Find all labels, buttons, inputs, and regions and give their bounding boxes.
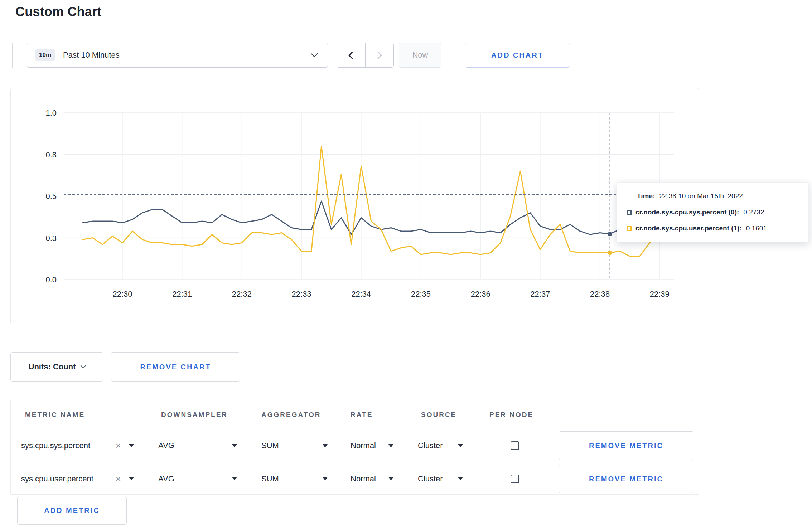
- chart-tooltip: Time:22:38:10 on Mar 15th, 2022 cr.node.…: [617, 182, 809, 242]
- caret-down-icon: [129, 477, 134, 480]
- metric-name: sys.cpu.sys.percent: [21, 441, 90, 450]
- time-pager: [337, 43, 394, 68]
- svg-text:22:38: 22:38: [590, 290, 610, 299]
- caret-down-icon: [232, 477, 237, 480]
- svg-text:22:33: 22:33: [292, 290, 311, 299]
- toolbar-left-divider: [12, 43, 13, 68]
- header-source: SOURCE: [421, 400, 456, 429]
- per-node-checkbox[interactable]: [511, 441, 519, 450]
- tooltip-time-row: Time:22:38:10 on Mar 15th, 2022: [627, 192, 798, 200]
- tooltip-time-value: 22:38:10 on Mar 15th, 2022: [659, 192, 743, 200]
- tooltip-series-value: 0.2732: [743, 208, 764, 216]
- rate-value: Normal: [351, 441, 376, 450]
- caret-down-icon: [323, 444, 328, 447]
- chart-card: 0.00.30.50.81.022:3022:3122:3222:3322:34…: [10, 88, 699, 324]
- downsampler-select[interactable]: AVG: [158, 429, 237, 462]
- aggregator-select[interactable]: SUM: [261, 462, 328, 495]
- aggregator-value: SUM: [261, 474, 279, 484]
- source-value: Cluster: [418, 474, 443, 484]
- metric-name-select[interactable]: sys.cpu.sys.percent ×: [21, 429, 134, 462]
- svg-text:22:34: 22:34: [351, 290, 371, 299]
- chevron-right-icon: [374, 51, 382, 59]
- chevron-left-icon: [348, 51, 356, 59]
- time-range-badge: 10m: [35, 49, 55, 61]
- svg-text:0.0: 0.0: [45, 275, 57, 284]
- rate-value: Normal: [351, 474, 376, 484]
- svg-text:22:30: 22:30: [112, 290, 132, 299]
- chevron-down-icon: [311, 50, 318, 57]
- next-time-button[interactable]: [365, 43, 394, 67]
- svg-text:22:31: 22:31: [172, 290, 192, 299]
- time-range-select[interactable]: 10m Past 10 Minutes: [27, 43, 328, 68]
- caret-down-icon: [323, 477, 328, 480]
- header-aggregator: AGGREGATOR: [261, 400, 321, 429]
- downsampler-value: AVG: [158, 441, 174, 450]
- user-series-swatch-icon: [627, 226, 632, 231]
- remove-metric-button[interactable]: REMOVE METRIC: [559, 465, 693, 493]
- caret-down-icon: [129, 444, 134, 447]
- aggregator-select[interactable]: SUM: [261, 429, 328, 462]
- time-range-label: Past 10 Minutes: [63, 50, 120, 60]
- per-node-checkbox[interactable]: [511, 475, 519, 483]
- remove-metric-button[interactable]: REMOVE METRIC: [559, 431, 693, 460]
- svg-text:0.5: 0.5: [45, 192, 57, 201]
- metrics-table-header: METRIC NAME DOWNSAMPLER AGGREGATOR RATE …: [11, 400, 699, 429]
- now-button[interactable]: Now: [399, 43, 441, 68]
- metric-name-select[interactable]: sys.cpu.user.percent ×: [21, 462, 134, 495]
- caret-down-icon: [388, 444, 393, 447]
- caret-down-icon: [232, 444, 237, 447]
- svg-text:0.3: 0.3: [45, 234, 57, 243]
- tooltip-series-row: cr.node.sys.cpu.user.percent (1): 0.1601: [627, 224, 798, 232]
- units-label: Units: Count: [29, 362, 76, 372]
- downsampler-select[interactable]: AVG: [158, 462, 237, 495]
- chart-svg[interactable]: 0.00.30.50.81.022:3022:3122:3222:3322:34…: [11, 88, 699, 324]
- caret-down-icon: [458, 477, 463, 480]
- source-select[interactable]: Cluster: [418, 462, 463, 495]
- svg-text:22:35: 22:35: [411, 290, 431, 299]
- metrics-table: METRIC NAME DOWNSAMPLER AGGREGATOR RATE …: [10, 400, 699, 495]
- tooltip-series-row: cr.node.sys.cpu.sys.percent (0): 0.2732: [627, 208, 798, 216]
- tooltip-series-value: 0.1601: [746, 224, 767, 232]
- svg-text:0.8: 0.8: [45, 150, 57, 159]
- add-chart-button[interactable]: ADD CHART: [465, 43, 570, 68]
- clear-metric-icon[interactable]: ×: [116, 441, 121, 450]
- tooltip-series-label: cr.node.sys.cpu.user.percent (1):: [635, 224, 742, 232]
- metric-name: sys.cpu.user.percent: [21, 474, 93, 484]
- svg-text:1.0: 1.0: [45, 108, 57, 117]
- chevron-down-icon: [81, 363, 86, 368]
- source-select[interactable]: Cluster: [418, 429, 463, 462]
- metric-row: sys.cpu.sys.percent × AVG SUM Normal Clu…: [11, 429, 699, 462]
- caret-down-icon: [388, 477, 393, 480]
- rate-select[interactable]: Normal: [351, 429, 393, 462]
- svg-text:22:36: 22:36: [471, 290, 490, 299]
- metric-row: sys.cpu.user.percent × AVG SUM Normal Cl…: [11, 462, 699, 495]
- aggregator-value: SUM: [261, 441, 279, 450]
- units-select[interactable]: Units: Count: [10, 352, 103, 382]
- clear-metric-icon[interactable]: ×: [116, 474, 121, 484]
- source-value: Cluster: [418, 441, 443, 450]
- page-title: Custom Chart: [15, 4, 101, 19]
- header-rate: RATE: [351, 400, 373, 429]
- header-per-node: PER NODE: [489, 400, 533, 429]
- rate-select[interactable]: Normal: [351, 462, 393, 495]
- sys-series-swatch-icon: [627, 210, 632, 215]
- tooltip-time-label: Time:: [637, 192, 655, 200]
- remove-chart-button[interactable]: REMOVE CHART: [111, 352, 240, 382]
- header-metric-name: METRIC NAME: [25, 400, 85, 429]
- prev-time-button[interactable]: [337, 43, 365, 67]
- tooltip-series-label: cr.node.sys.cpu.sys.percent (0):: [635, 208, 739, 216]
- add-metric-button[interactable]: ADD METRIC: [17, 496, 127, 525]
- svg-text:22:32: 22:32: [232, 290, 252, 299]
- header-downsampler: DOWNSAMPLER: [161, 400, 228, 429]
- svg-text:22:39: 22:39: [650, 290, 670, 299]
- caret-down-icon: [458, 444, 463, 447]
- svg-text:22:37: 22:37: [530, 290, 550, 299]
- downsampler-value: AVG: [158, 474, 174, 484]
